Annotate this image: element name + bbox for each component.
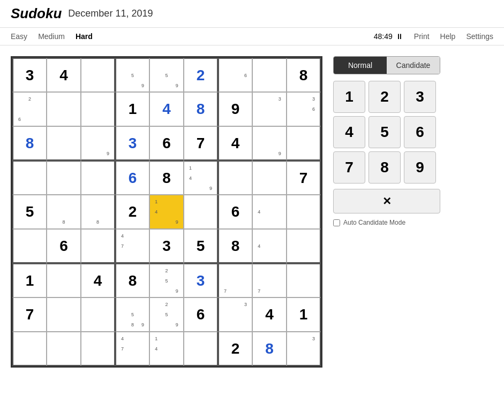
nav-help[interactable]: Help	[440, 32, 456, 41]
cell-6-6[interactable]: 7	[218, 263, 252, 297]
cell-4-2[interactable]: 8	[81, 195, 115, 229]
cell-2-0[interactable]: 8	[12, 126, 47, 161]
cell-3-2[interactable]	[81, 161, 115, 195]
cell-0-7[interactable]	[252, 58, 287, 92]
cell-1-0[interactable]: 26	[12, 92, 47, 126]
cell-5-8[interactable]	[287, 229, 321, 263]
num-btn-5[interactable]: 5	[368, 116, 401, 148]
cell-6-5[interactable]: 3	[184, 263, 218, 297]
cell-1-8[interactable]: 36	[287, 92, 321, 126]
cell-1-5[interactable]: 8	[184, 92, 218, 126]
cell-2-1[interactable]	[47, 126, 81, 161]
cell-6-0[interactable]: 1	[12, 263, 47, 297]
cell-3-8[interactable]: 7	[287, 161, 321, 195]
erase-button[interactable]: ✕	[333, 189, 440, 213]
cell-7-7[interactable]: 4	[252, 297, 287, 332]
nav-settings[interactable]: Settings	[466, 32, 493, 41]
cell-5-1[interactable]: 6	[47, 229, 81, 263]
cell-4-8[interactable]	[287, 195, 321, 229]
cell-1-4[interactable]: 4	[149, 92, 184, 126]
cell-6-4[interactable]: 259	[149, 263, 184, 297]
cell-0-8[interactable]: 8	[287, 58, 321, 92]
num-btn-2[interactable]: 2	[368, 81, 401, 113]
cell-3-5[interactable]: 149	[184, 161, 218, 195]
nav-medium[interactable]: Medium	[38, 32, 65, 41]
cell-0-0[interactable]: 3	[12, 58, 47, 92]
cell-0-3[interactable]: 59	[115, 58, 149, 92]
cell-4-3[interactable]: 2	[115, 195, 149, 229]
cell-4-0[interactable]: 5	[12, 195, 47, 229]
cell-8-0[interactable]	[12, 332, 47, 366]
nav-easy[interactable]: Easy	[11, 32, 27, 41]
cell-3-7[interactable]	[252, 161, 287, 195]
cell-8-1[interactable]	[47, 332, 81, 366]
cell-7-8[interactable]: 1	[287, 297, 321, 332]
cell-3-6[interactable]	[218, 161, 252, 195]
cell-2-6[interactable]: 4	[218, 126, 252, 161]
num-btn-7[interactable]: 7	[333, 151, 365, 184]
num-btn-4[interactable]: 4	[333, 116, 365, 148]
cell-5-6[interactable]: 8	[218, 229, 252, 263]
cell-3-4[interactable]: 8	[149, 161, 184, 195]
cell-7-3[interactable]: 589	[115, 297, 149, 332]
cell-1-6[interactable]: 9	[218, 92, 252, 126]
cell-7-5[interactable]: 6	[184, 297, 218, 332]
pause-icon[interactable]: ⏸	[396, 32, 403, 41]
cell-2-8[interactable]	[287, 126, 321, 161]
cell-7-6[interactable]: 3	[218, 297, 252, 332]
cell-8-2[interactable]	[81, 332, 115, 366]
cell-2-7[interactable]: 9	[252, 126, 287, 161]
cell-6-3[interactable]: 8	[115, 263, 149, 297]
cell-8-7[interactable]: 8	[252, 332, 287, 366]
cell-8-3[interactable]: 47	[115, 332, 149, 366]
cell-5-4[interactable]: 3	[149, 229, 184, 263]
tab-normal[interactable]: Normal	[334, 57, 387, 74]
cell-4-7[interactable]: 4	[252, 195, 287, 229]
cell-0-6[interactable]: 6	[218, 58, 252, 92]
cell-5-0[interactable]	[12, 229, 47, 263]
cell-7-2[interactable]	[81, 297, 115, 332]
auto-candidate-checkbox[interactable]	[333, 219, 340, 226]
cell-7-0[interactable]: 7	[12, 297, 47, 332]
nav-print[interactable]: Print	[414, 32, 430, 41]
num-btn-8[interactable]: 8	[368, 151, 401, 184]
cell-0-4[interactable]: 59	[149, 58, 184, 92]
cell-8-8[interactable]: 3	[287, 332, 321, 366]
cell-5-5[interactable]: 5	[184, 229, 218, 263]
cell-0-5[interactable]: 2	[184, 58, 218, 92]
cell-8-5[interactable]	[184, 332, 218, 366]
cell-0-1[interactable]: 4	[47, 58, 81, 92]
cell-3-0[interactable]	[12, 161, 47, 195]
num-btn-9[interactable]: 9	[404, 151, 436, 184]
cell-2-2[interactable]: 9	[81, 126, 115, 161]
num-btn-3[interactable]: 3	[404, 81, 436, 113]
cell-2-4[interactable]: 6	[149, 126, 184, 161]
cell-1-3[interactable]: 1	[115, 92, 149, 126]
cell-3-3[interactable]: 6	[115, 161, 149, 195]
cell-4-6[interactable]: 6	[218, 195, 252, 229]
cell-6-2[interactable]: 4	[81, 263, 115, 297]
cell-4-1[interactable]: 8	[47, 195, 81, 229]
cell-6-8[interactable]	[287, 263, 321, 297]
cell-5-2[interactable]	[81, 229, 115, 263]
cell-5-3[interactable]: 47	[115, 229, 149, 263]
cell-8-4[interactable]: 14	[149, 332, 184, 366]
cell-1-7[interactable]: 3	[252, 92, 287, 126]
cell-6-7[interactable]: 7	[252, 263, 287, 297]
cell-7-1[interactable]	[47, 297, 81, 332]
cell-3-1[interactable]	[47, 161, 81, 195]
cell-7-4[interactable]: 259	[149, 297, 184, 332]
cell-2-3[interactable]: 3	[115, 126, 149, 161]
cell-1-2[interactable]	[81, 92, 115, 126]
num-btn-6[interactable]: 6	[404, 116, 436, 148]
tab-candidate[interactable]: Candidate	[387, 57, 440, 74]
cell-4-5[interactable]	[184, 195, 218, 229]
cell-0-2[interactable]	[81, 58, 115, 92]
num-btn-1[interactable]: 1	[333, 81, 365, 113]
cell-2-5[interactable]: 7	[184, 126, 218, 161]
sudoku-grid[interactable]: 3459592682614893368936749681497588214964…	[12, 58, 321, 366]
cell-8-6[interactable]: 2	[218, 332, 252, 366]
cell-4-4[interactable]: 149	[149, 195, 184, 229]
nav-hard[interactable]: Hard	[76, 32, 93, 41]
cell-6-1[interactable]	[47, 263, 81, 297]
